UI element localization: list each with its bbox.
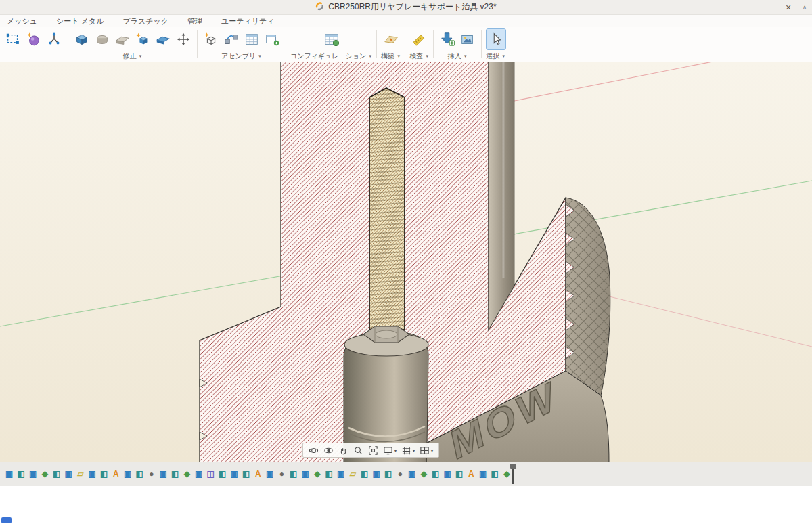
3d-viewport-canvas[interactable]: MOW bbox=[0, 62, 812, 462]
look-at-icon[interactable] bbox=[323, 445, 334, 456]
timeline-feature-text-icon[interactable]: A bbox=[253, 468, 264, 480]
measure-icon[interactable] bbox=[410, 29, 429, 49]
mesh-branch-icon[interactable] bbox=[45, 29, 64, 49]
caret-down-icon: ▾ bbox=[431, 448, 433, 453]
timeline-feature-fillet-icon[interactable]: ◆ bbox=[419, 468, 430, 480]
timeline-feature-extrude-icon[interactable]: ◧ bbox=[217, 468, 228, 480]
timeline-feature-sketch-icon[interactable]: ▣ bbox=[336, 468, 346, 480]
move-icon[interactable] bbox=[174, 29, 193, 49]
bolt-section bbox=[369, 88, 405, 330]
inspect-dropdown[interactable]: 検査▼ bbox=[409, 51, 429, 61]
navigation-bar: ▾ ▾ ▾ bbox=[302, 443, 439, 458]
collapse-chevron-icon[interactable]: ∧ bbox=[798, 0, 811, 15]
joint-icon[interactable] bbox=[222, 29, 241, 49]
timeline-feature-mirror-icon[interactable]: ◫ bbox=[206, 468, 217, 480]
timeline-feature-extrude-icon[interactable]: ◧ bbox=[454, 468, 465, 480]
tab-plastic[interactable]: プラスチック bbox=[122, 16, 168, 26]
modify-dropdown[interactable]: 修正▼ bbox=[123, 51, 143, 61]
timeline-feature-sketch-icon[interactable]: ▣ bbox=[87, 468, 98, 480]
caret-down-icon: ▾ bbox=[394, 448, 397, 453]
axis-line-red bbox=[504, 62, 812, 103]
tab-manage[interactable]: 管理 bbox=[187, 16, 202, 26]
timeline-feature-sketch-icon[interactable]: ▣ bbox=[371, 468, 382, 480]
timeline-feature-sketch-icon[interactable]: ▣ bbox=[229, 468, 240, 480]
mesh-sphere-icon[interactable] bbox=[24, 29, 43, 49]
drawing-icon[interactable] bbox=[263, 29, 281, 49]
timeline-feature-fillet-icon[interactable]: ◆ bbox=[312, 468, 323, 480]
insert-mesh-icon[interactable] bbox=[438, 29, 457, 49]
scrollbar-thumb[interactable] bbox=[1, 517, 12, 523]
timeline-feature-extrude-icon[interactable]: ◧ bbox=[490, 468, 501, 480]
timeline-feature-hole-icon[interactable]: ● bbox=[395, 468, 406, 480]
timeline-feature-extrude-icon[interactable]: ◧ bbox=[99, 468, 110, 480]
select-dropdown[interactable]: 選択▼ bbox=[486, 51, 505, 61]
form-blob-icon[interactable] bbox=[93, 29, 112, 49]
orbit-icon[interactable] bbox=[309, 445, 319, 456]
timeline-feature-extrude-icon[interactable]: ◧ bbox=[16, 468, 27, 480]
timeline-feature-extrude-icon[interactable]: ◧ bbox=[241, 468, 252, 480]
timeline-feature-extrude-icon[interactable]: ◧ bbox=[430, 468, 441, 480]
press-pull-icon[interactable] bbox=[133, 29, 152, 49]
toolbar-separator bbox=[405, 30, 405, 58]
offset-face-icon[interactable] bbox=[154, 29, 173, 49]
timeline-feature-extrude-icon[interactable]: ◧ bbox=[324, 468, 335, 480]
grid-snaps-icon[interactable]: ▾ bbox=[401, 445, 415, 456]
timeline-feature-extrude-icon[interactable]: ◧ bbox=[383, 468, 394, 480]
display-settings-icon[interactable]: ▾ bbox=[383, 445, 397, 456]
timeline-feature-construct-icon[interactable]: ▱ bbox=[348, 468, 359, 480]
timeline-feature-sketch-icon[interactable]: ▣ bbox=[407, 468, 418, 480]
zoom-icon[interactable] bbox=[353, 445, 363, 456]
construct-dropdown[interactable]: 構築▼ bbox=[381, 51, 401, 61]
assemble-dropdown[interactable]: アセンブリ▼ bbox=[221, 51, 262, 61]
timeline-feature-sketch-icon[interactable]: ▣ bbox=[4, 468, 15, 480]
solid-box-icon[interactable] bbox=[72, 29, 91, 49]
timeline-feature-extrude-icon[interactable]: ◧ bbox=[288, 468, 299, 480]
configuration-dropdown[interactable]: コンフィギュレーション▼ bbox=[290, 51, 372, 61]
timeline-feature-sketch-icon[interactable]: ▣ bbox=[158, 468, 169, 480]
timeline-feature-sketch-icon[interactable]: ▣ bbox=[64, 468, 74, 480]
timeline-feature-construct-icon[interactable]: ▱ bbox=[75, 468, 86, 480]
tab-sheet-metal[interactable]: シート メタル bbox=[56, 16, 104, 26]
timeline-feature-sketch-icon[interactable]: ▣ bbox=[194, 468, 204, 480]
timeline-feature-sketch-icon[interactable]: ▣ bbox=[443, 468, 453, 480]
timeline-feature-text-icon[interactable]: A bbox=[466, 468, 477, 480]
timeline-feature-hole-icon[interactable]: ● bbox=[277, 468, 288, 480]
configuration-table-icon[interactable] bbox=[322, 29, 341, 49]
tab-utilities[interactable]: ユーティリティ bbox=[221, 16, 275, 26]
timeline-feature-fillet-icon[interactable]: ◆ bbox=[40, 468, 51, 480]
pan-icon[interactable] bbox=[338, 445, 348, 456]
caret-down-icon: ▼ bbox=[425, 54, 429, 58]
toolbar-separator bbox=[376, 30, 377, 58]
timeline-feature-extrude-icon[interactable]: ◧ bbox=[135, 468, 145, 480]
timeline-feature-sketch-icon[interactable]: ▣ bbox=[300, 468, 311, 480]
timeline-feature-extrude-icon[interactable]: ◧ bbox=[359, 468, 370, 480]
close-icon[interactable]: × bbox=[780, 0, 797, 15]
timeline-feature-fillet-icon[interactable]: ◆ bbox=[501, 468, 512, 480]
toolbar-group-select: 選択▼ bbox=[483, 27, 508, 62]
timeline-feature-sketch-icon[interactable]: ▣ bbox=[478, 468, 489, 480]
timeline-feature-hole-icon[interactable]: ● bbox=[146, 468, 157, 480]
viewports-icon[interactable]: ▾ bbox=[420, 445, 433, 456]
toolbar-group-construct: 構築▼ bbox=[378, 27, 403, 62]
timeline-feature-sketch-icon[interactable]: ▣ bbox=[122, 468, 133, 480]
timeline-playhead[interactable] bbox=[512, 465, 514, 484]
bom-icon[interactable] bbox=[242, 29, 261, 49]
insert-dropdown[interactable]: 挿入▼ bbox=[448, 51, 468, 61]
new-component-icon[interactable] bbox=[202, 29, 221, 49]
timeline-feature-extrude-icon[interactable]: ◧ bbox=[170, 468, 181, 480]
timeline-feature-text-icon[interactable]: A bbox=[111, 468, 122, 480]
toolbar-group-assemble: アセンブリ▼ bbox=[199, 27, 284, 62]
mesh-selection-icon[interactable] bbox=[4, 29, 23, 49]
construction-plane-icon[interactable] bbox=[382, 29, 401, 49]
form-slab-icon[interactable] bbox=[113, 29, 132, 49]
timeline-track: ▣◧▣◆◧▣▱▣◧A▣◧●▣◧◆▣◫◧▣◧A▣●◧▣◆◧▣▱◧▣◧●▣◆◧▣◧A… bbox=[4, 468, 512, 480]
viewport[interactable]: MOW bbox=[0, 62, 812, 462]
tab-mesh[interactable]: メッシュ bbox=[7, 16, 37, 26]
timeline-feature-extrude-icon[interactable]: ◧ bbox=[51, 468, 62, 480]
timeline-feature-sketch-icon[interactable]: ▣ bbox=[28, 468, 39, 480]
select-cursor-icon[interactable] bbox=[487, 29, 505, 49]
fit-icon[interactable] bbox=[368, 445, 378, 456]
timeline-feature-fillet-icon[interactable]: ◆ bbox=[182, 468, 193, 480]
timeline-feature-sketch-icon[interactable]: ▣ bbox=[265, 468, 275, 480]
decal-icon[interactable] bbox=[458, 29, 477, 49]
